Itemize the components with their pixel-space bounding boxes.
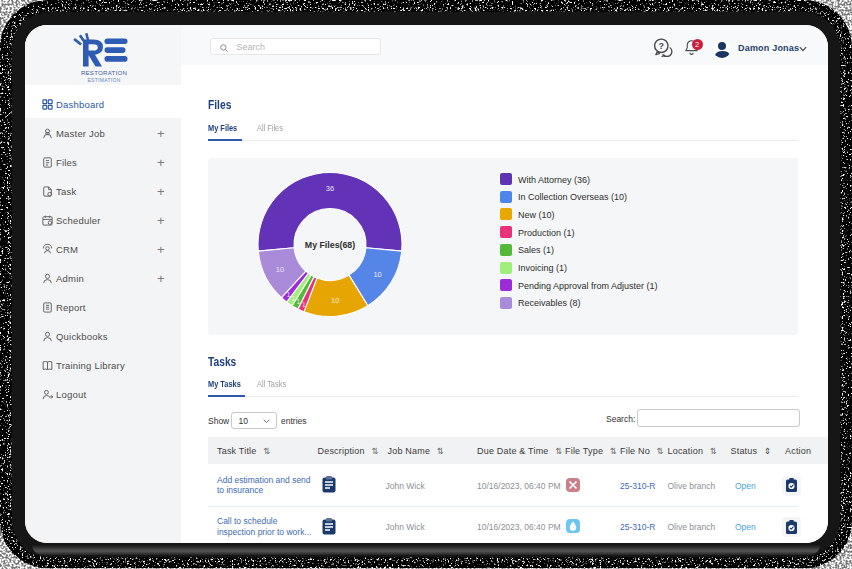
svg-text:10: 10	[373, 269, 381, 278]
svg-text:10: 10	[275, 265, 283, 274]
svg-text:?: ?	[659, 41, 665, 51]
svg-text:10: 10	[331, 295, 339, 304]
svg-text:RESTORATION: RESTORATION	[81, 69, 127, 76]
svg-text:1: 1	[291, 294, 295, 301]
svg-text:1: 1	[296, 297, 300, 304]
svg-text:1: 1	[286, 291, 290, 298]
svg-text:My Files(68): My Files(68)	[304, 239, 354, 249]
svg-text:ESTIMATION: ESTIMATION	[87, 77, 120, 83]
svg-text:1: 1	[301, 300, 305, 307]
svg-text:36: 36	[325, 184, 333, 193]
